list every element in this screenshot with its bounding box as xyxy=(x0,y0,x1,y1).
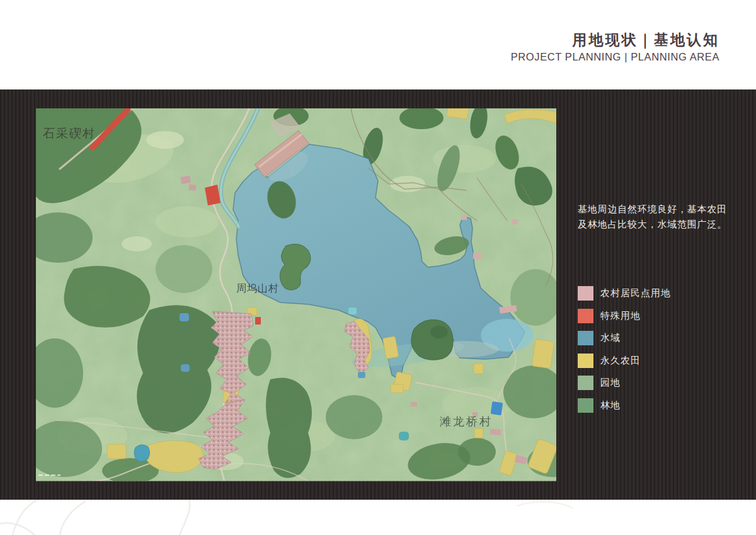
map-label-village-2: 周坞山村 xyxy=(236,282,279,296)
legend-swatch xyxy=(578,309,593,323)
presentation-slide: 用地现状｜基地认知 PROJECT PLANNING | PLANNING AR… xyxy=(0,0,756,535)
legend-label: 林地 xyxy=(600,400,621,411)
legend-swatch xyxy=(578,331,593,345)
site-description: 基地周边自然环境良好，基本农田 及林地占比较大，水域范围广泛。 xyxy=(578,202,748,232)
content-panel: 石采碶村 周坞山村 滩龙桥村 基地周边自然环境良好，基本农田 及林地占比较大，水… xyxy=(0,89,756,500)
watermark-decoration xyxy=(0,500,756,535)
legend-item: 园地 xyxy=(578,376,671,390)
map-label-village-1: 石采碶村 xyxy=(43,125,96,142)
legend-item: 林地 xyxy=(578,398,671,413)
legend: 农村居民点用地特殊用地水域永久农田园地林地 xyxy=(578,286,671,420)
legend-label: 水域 xyxy=(600,332,621,344)
header: 用地现状｜基地认知 PROJECT PLANNING | PLANNING AR… xyxy=(511,32,719,63)
legend-item: 水域 xyxy=(578,331,671,345)
legend-item: 特殊用地 xyxy=(578,309,671,323)
legend-label: 永久农田 xyxy=(600,355,641,367)
legend-item: 农村居民点用地 xyxy=(578,286,671,301)
legend-swatch xyxy=(578,286,593,301)
legend-item: 永久农田 xyxy=(578,354,671,368)
land-use-map: 石采碶村 周坞山村 滩龙桥村 xyxy=(36,108,556,481)
legend-swatch xyxy=(578,376,593,390)
description-line: 基地周边自然环境良好，基本农田 xyxy=(578,202,748,217)
page-subtitle: PROJECT PLANNING | PLANNING AREA xyxy=(511,51,719,63)
description-line: 及林地占比较大，水域范围广泛。 xyxy=(578,217,748,232)
map-label-village-3: 滩龙桥村 xyxy=(440,414,493,429)
legend-swatch xyxy=(578,354,593,368)
legend-label: 特殊用地 xyxy=(600,310,641,322)
legend-label: 园地 xyxy=(600,377,621,389)
legend-swatch xyxy=(578,398,593,413)
page-title: 用地现状｜基地认知 xyxy=(511,32,719,48)
legend-label: 农村居民点用地 xyxy=(600,287,671,299)
